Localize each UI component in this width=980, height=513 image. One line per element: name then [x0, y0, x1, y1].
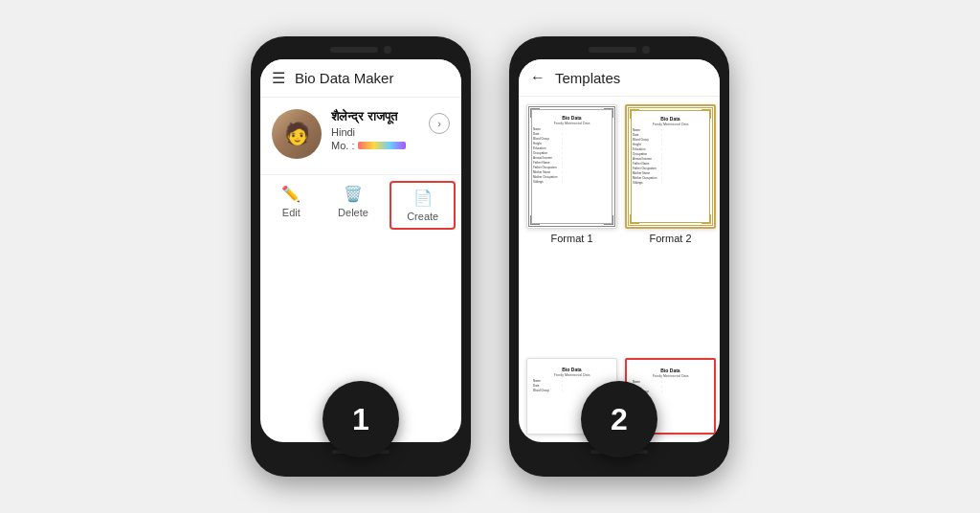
app-bar: ☰ Bio Data Maker: [260, 59, 461, 98]
phone-2: ← Templates Bio Data: [509, 36, 729, 477]
profile-arrow-button[interactable]: ›: [429, 113, 450, 134]
step-1-circle: 1: [323, 381, 399, 457]
app-title: Bio Data Maker: [295, 70, 393, 86]
edit-button[interactable]: ✏️ Edit: [260, 175, 323, 235]
templates-row-1: Bio Data Family Matrimonial Data Name: D…: [519, 97, 720, 358]
create-icon: 📄: [413, 189, 433, 207]
templates-bar: ← Templates: [519, 59, 720, 97]
template-inner-2: Bio Data Family Matrimonial Data Name: D…: [627, 106, 714, 227]
edit-icon: ✏️: [281, 185, 301, 203]
template-label-2: Format 2: [649, 233, 691, 244]
profile-section: 🧑 शैलेन्द्र राजपूत Hindi Mo. : ›: [260, 98, 461, 170]
bio-data-title-3: Bio Data: [533, 367, 611, 372]
bio-data-subtitle-4: Family Matrimonial Data: [633, 374, 708, 378]
template-preview-2: Bio Data Family Matrimonial Data Name: D…: [625, 104, 716, 229]
bio-data-subtitle-2: Family Matrimonial Data: [633, 123, 708, 126]
delete-button[interactable]: 🗑️ Delete: [323, 175, 385, 235]
phone-camera: [384, 46, 391, 54]
avatar-image: 🧑: [272, 109, 322, 159]
templates-title: Templates: [555, 70, 620, 86]
bio-data-title-1: Bio Data: [533, 115, 611, 121]
mobile-gradient: [358, 142, 406, 149]
back-icon[interactable]: ←: [530, 69, 546, 86]
phone-1-top-bar: [260, 46, 461, 54]
phone-2-camera: [642, 46, 650, 54]
bio-data-title-4: Bio Data: [633, 368, 708, 373]
bio-data-subtitle-1: Family Matrimonial Data: [533, 122, 611, 125]
template-item-2[interactable]: Bio Data Family Matrimonial Data Name: D…: [625, 104, 716, 350]
app-container: ☰ Bio Data Maker 🧑 शैलेन्द्र राजपूत Hind…: [0, 0, 980, 513]
bio-data-title-2: Bio Data: [633, 116, 708, 122]
phone-2-top-bar: [519, 46, 720, 54]
step-2-circle: 2: [581, 381, 657, 457]
template-inner-1: Bio Data Family Matrimonial Data Name: D…: [527, 105, 616, 228]
phone-2-speaker: [589, 47, 636, 53]
profile-mobile: Mo. :: [331, 140, 450, 151]
hamburger-icon[interactable]: ☰: [272, 69, 285, 87]
create-button[interactable]: 📄 Create: [390, 181, 456, 230]
template-preview-1: Bio Data Family Matrimonial Data Name: D…: [526, 104, 617, 229]
avatar: 🧑: [272, 109, 322, 159]
bio-data-subtitle-3: Family Matrimonial Data: [533, 373, 611, 377]
delete-icon: 🗑️: [344, 185, 363, 203]
phone-1: ☰ Bio Data Maker 🧑 शैलेन्द्र राजपूत Hind…: [251, 36, 471, 477]
template-item-1[interactable]: Bio Data Family Matrimonial Data Name: D…: [526, 104, 617, 350]
phone-speaker: [330, 47, 378, 53]
template-label-1: Format 1: [550, 233, 592, 244]
action-buttons-row: ✏️ Edit 🗑️ Delete 📄 Create: [260, 174, 461, 235]
